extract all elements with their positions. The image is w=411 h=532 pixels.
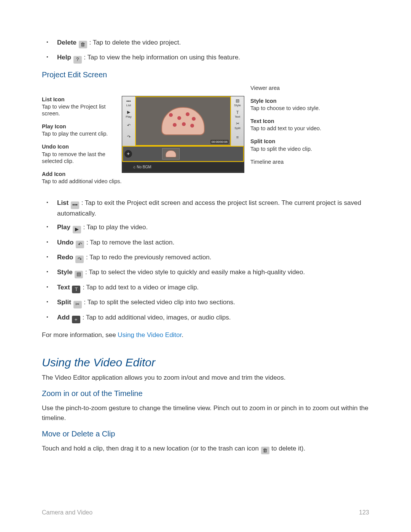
item-name: Redo <box>57 254 73 261</box>
callout-title: Play Icon <box>42 123 122 130</box>
callout: Play Icon Tap to play the current clip. <box>42 123 122 137</box>
page-footer: Camera and Video 123 <box>42 509 369 516</box>
text-button[interactable]: TText <box>232 109 243 119</box>
callout: Viewer area <box>250 85 342 91</box>
callout-title: List Icon <box>42 96 122 103</box>
callout: Text Icon Tap to add text to your video. <box>250 118 342 132</box>
callout: Undo Icon Tap to remove the last the sel… <box>42 143 122 164</box>
item-text: : Tap to redo the previously removed act… <box>86 254 211 261</box>
list-item: Text T : Tap to add text to a video or i… <box>53 283 369 293</box>
timeline-thumb[interactable] <box>162 149 179 159</box>
split-icon: ✂ <box>73 301 82 308</box>
list-item: Undo ↶ : Tap to remove the last action. <box>53 238 369 248</box>
undo-icon: ↶ <box>76 241 84 248</box>
callout-title: Undo Icon <box>42 143 122 150</box>
item-name: Play <box>57 224 70 231</box>
redo-button[interactable]: ↷ <box>123 132 134 142</box>
item-name: Style <box>57 268 73 276</box>
callout-desc: Tap to play the current clip. <box>42 130 122 137</box>
callout-desc: Tap to remove the last the selected clip… <box>42 151 122 165</box>
callout: Split Icon Tap to split the video clip. <box>250 138 342 152</box>
annotated-diagram: List Icon Tap to view the Project list s… <box>42 85 369 191</box>
item-name: Delete <box>57 39 76 46</box>
heading-zoom: Zoom in or out of the Timeline <box>42 389 369 398</box>
item-text: : Tap to view the help information on us… <box>84 54 240 61</box>
callouts-left: List Icon Tap to view the Project list s… <box>42 85 122 191</box>
callout-desc: Tap to add additional video clips. <box>42 178 122 185</box>
callout-desc: Tap to add text to your video. <box>250 125 342 132</box>
list-item: Play ▶ : Tap to play the video. <box>53 223 369 233</box>
play-button[interactable]: ▶Play <box>123 109 134 119</box>
item-text: : Tap to add additional video, images, o… <box>83 314 231 321</box>
item-text: : Tap to remove the last action. <box>86 239 174 246</box>
item-text: : Tap to delete the video project. <box>89 39 181 46</box>
more-info-suffix: . <box>182 331 183 339</box>
list-item: Redo ↷ : Tap to redo the previously remo… <box>53 253 369 263</box>
callout-title: Text Icon <box>250 118 342 125</box>
move-prefix: Touch and hold a clip, then drag it to a… <box>42 445 261 452</box>
callout-title: Viewer area <box>250 85 342 91</box>
menu-button[interactable]: ≡ <box>232 132 243 142</box>
add-clip-button[interactable]: + <box>124 150 132 158</box>
callout-desc: Tap to choose to video style. <box>250 105 342 112</box>
move-text: Touch and hold a clip, then drag it to a… <box>42 444 369 454</box>
help-icon: ? <box>73 56 82 64</box>
intro-list: Delete 🗑 : Tap to delete the video proje… <box>42 38 369 64</box>
callout-title: Style Icon <box>250 97 342 104</box>
heading-project-edit: Project Edit Screen <box>42 70 369 79</box>
item-name: Add <box>57 314 70 321</box>
style-button[interactable]: ▧Style <box>232 98 243 108</box>
viewer-area: 00:00/00:06 <box>136 97 230 145</box>
callout-title: Split Icon <box>250 138 342 145</box>
list-item: Delete 🗑 : Tap to delete the video proje… <box>53 38 369 48</box>
play-icon: ▶ <box>73 226 81 233</box>
link-using-video-editor[interactable]: Using the Video Editor <box>118 331 182 339</box>
timeline-area[interactable]: + <box>123 147 243 161</box>
callout-desc: Tap to split the video clip. <box>250 145 342 152</box>
item-text: : Tap to select the video style to quick… <box>85 268 305 276</box>
list-item: Style ▧ : Tap to select the video style … <box>53 268 369 278</box>
more-info: For more information, see Using the Vide… <box>42 330 369 340</box>
clip-time: 00:00/00:06 <box>210 140 229 144</box>
heading-move: Move or Delete a Clip <box>42 430 369 438</box>
footer-section: Camera and Video <box>42 509 92 516</box>
toolbar-left: ▪▪▪List ▶Play ↶ ↷ <box>122 96 135 146</box>
callout: Style Icon Tap to choose to video style. <box>250 97 342 112</box>
item-name: Help <box>57 54 71 61</box>
callouts-right: Viewer area Style Icon Tap to choose to … <box>244 85 342 171</box>
heading-using: Using the Video Editor <box>42 356 369 369</box>
callout: Add Icon Tap to add additional video cli… <box>42 171 122 185</box>
undo-button[interactable]: ↶ <box>123 121 134 131</box>
device-screenshot: ▪▪▪List ▶Play ↶ ↷ ▧Style TText ✂Split ≡ … <box>122 96 244 173</box>
redo-icon: ↷ <box>75 256 84 263</box>
clip-preview <box>161 107 205 135</box>
item-name: Split <box>57 299 71 306</box>
page: Delete 🗑 : Tap to delete the video proje… <box>0 0 411 532</box>
features-list: List ▪▪▪ : Tap to exit the Project edit … <box>42 198 369 323</box>
item-name: Undo <box>57 239 73 246</box>
move-suffix: to delete it). <box>271 445 305 452</box>
item-text: : Tap to add text to a video or image cl… <box>83 284 199 291</box>
zoom-text: Use the pinch-to-zoom gesture to change … <box>42 403 369 423</box>
trash-icon: 🗑 <box>79 41 87 48</box>
callout: List Icon Tap to view the Project list s… <box>42 96 122 117</box>
list-item: Split ✂ : Tap to split the selected vide… <box>53 298 369 308</box>
more-info-prefix: For more information, see <box>42 331 118 339</box>
text-icon: T <box>72 286 80 293</box>
split-button[interactable]: ✂Split <box>232 121 243 131</box>
list-item: Add ＋ : Tap to add additional video, ima… <box>53 313 369 323</box>
trash-icon: 🗑 <box>261 447 269 454</box>
item-name: Text <box>57 284 70 291</box>
add-icon: ＋ <box>72 316 80 323</box>
list-icon: ▪▪▪ <box>71 201 79 209</box>
item-text: : Tap to split the selected video clip i… <box>84 299 235 306</box>
toolbar-right: ▧Style TText ✂Split ≡ <box>231 96 244 146</box>
list-button[interactable]: ▪▪▪List <box>123 98 134 108</box>
callout-title: Timeline area <box>250 158 342 165</box>
using-intro: The Video Editor application allows you … <box>42 373 369 383</box>
callout-desc: Tap to view the Project list screen. <box>42 103 122 117</box>
item-text: : Tap to exit the Project edit screen an… <box>57 199 361 217</box>
style-icon: ▧ <box>75 271 83 278</box>
list-item: Help ? : Tap to view the help informatio… <box>53 53 369 63</box>
bgm-bar[interactable]: ♫ No BGM <box>123 163 243 172</box>
